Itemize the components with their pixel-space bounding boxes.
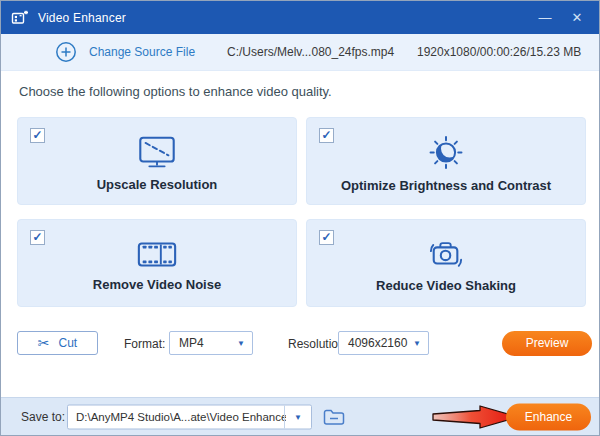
preview-button[interactable]: Preview bbox=[502, 331, 592, 356]
resolution-dropdown[interactable]: 4096x2160 ▼ bbox=[338, 331, 429, 355]
scissors-icon: ✂ bbox=[38, 336, 50, 350]
options-heading: Choose the following options to enhance … bbox=[19, 84, 332, 99]
close-button[interactable]: ✕ bbox=[561, 1, 593, 34]
format-value: MP4 bbox=[179, 336, 204, 350]
checkmark-icon: ✓ bbox=[321, 129, 331, 141]
option-label: Optimize Brightness and Contrast bbox=[341, 178, 551, 193]
change-source-file-button[interactable]: Change Source File bbox=[89, 45, 195, 59]
title-bar: Video Enhancer — ✕ bbox=[1, 1, 599, 34]
bottom-bar: Save to: D:\AnyMP4 Studio\A...ate\Video … bbox=[1, 397, 599, 435]
checkmark-icon: ✓ bbox=[32, 231, 42, 243]
reduce-shaking-checkbox[interactable]: ✓ bbox=[319, 230, 334, 245]
source-file-path: C:/Users/Melv...080_24fps.mp4 bbox=[227, 45, 394, 59]
option-card-reduce-shaking[interactable]: ✓ Reduce Video Shaking bbox=[306, 219, 586, 307]
optimize-brightness-checkbox[interactable]: ✓ bbox=[319, 128, 334, 143]
source-file-info: 1920x1080/00:00:26/15.23 MB bbox=[417, 45, 581, 59]
source-toolbar: Change Source File C:/Users/Melv...080_2… bbox=[1, 34, 599, 71]
format-label: Format: bbox=[124, 337, 165, 351]
camera-shake-icon bbox=[425, 237, 467, 271]
save-path-value: D:\AnyMP4 Studio\A...ate\Video Enhancer bbox=[76, 405, 286, 428]
chevron-down-icon[interactable]: ▼ bbox=[284, 405, 311, 428]
enhance-button[interactable]: Enhance bbox=[506, 403, 591, 430]
save-to-label: Save to: bbox=[21, 410, 65, 424]
cut-button-label: Cut bbox=[59, 336, 78, 350]
option-label: Reduce Video Shaking bbox=[376, 278, 516, 293]
option-card-remove-noise[interactable]: ✓ bbox=[17, 219, 297, 307]
window-controls: — ✕ bbox=[529, 1, 593, 34]
checkmark-icon: ✓ bbox=[32, 129, 42, 141]
option-card-upscale-resolution[interactable]: ✓ Upscale Resolution bbox=[17, 117, 297, 205]
chevron-down-icon: ▼ bbox=[413, 332, 421, 355]
window-title: Video Enhancer bbox=[38, 11, 126, 25]
monitor-upscale-icon bbox=[136, 135, 178, 170]
format-dropdown[interactable]: MP4 ▼ bbox=[169, 331, 253, 355]
option-card-optimize-brightness[interactable]: ✓ bbox=[306, 117, 586, 205]
remove-noise-checkbox[interactable]: ✓ bbox=[30, 230, 45, 245]
browse-folder-button[interactable] bbox=[321, 405, 347, 429]
cut-button[interactable]: ✂ Cut bbox=[17, 331, 98, 355]
plus-circle-icon[interactable] bbox=[55, 41, 77, 63]
chevron-down-icon: ▼ bbox=[237, 332, 245, 355]
checkmark-icon: ✓ bbox=[321, 231, 331, 243]
minimize-button[interactable]: — bbox=[529, 1, 561, 34]
save-path-dropdown[interactable]: D:\AnyMP4 Studio\A...ate\Video Enhancer … bbox=[67, 404, 312, 429]
app-icon bbox=[11, 9, 30, 26]
video-enhancer-window: Video Enhancer — ✕ Change Source File C:… bbox=[0, 0, 600, 436]
option-label: Remove Video Noise bbox=[93, 277, 221, 292]
resolution-value: 4096x2160 bbox=[348, 336, 407, 350]
option-label: Upscale Resolution bbox=[97, 177, 218, 192]
film-strip-icon bbox=[136, 239, 178, 270]
upscale-resolution-checkbox[interactable]: ✓ bbox=[30, 128, 45, 143]
sun-brightness-icon bbox=[426, 134, 466, 171]
